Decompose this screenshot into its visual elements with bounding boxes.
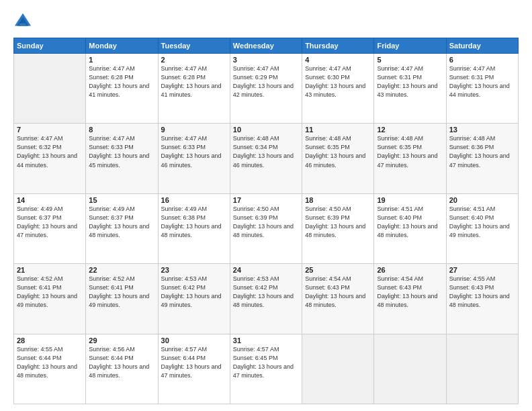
calendar-cell: 10Sunrise: 4:48 AMSunset: 6:34 PMDayligh… — [230, 124, 302, 193]
day-info: Sunrise: 4:47 AMSunset: 6:31 PMDaylight:… — [449, 64, 515, 99]
calendar-week-4: 28Sunrise: 4:55 AMSunset: 6:44 PMDayligh… — [14, 334, 519, 404]
day-info: Sunrise: 4:47 AMSunset: 6:30 PMDaylight:… — [305, 64, 371, 99]
day-info: Sunrise: 4:54 AMSunset: 6:43 PMDaylight:… — [305, 275, 371, 310]
weekday-header-wednesday: Wednesday — [230, 38, 302, 54]
calendar-cell: 6Sunrise: 4:47 AMSunset: 6:31 PMDaylight… — [446, 54, 518, 124]
day-info: Sunrise: 4:49 AMSunset: 6:38 PMDaylight:… — [161, 205, 227, 240]
day-number: 15 — [89, 196, 154, 204]
calendar-cell: 19Sunrise: 4:51 AMSunset: 6:40 PMDayligh… — [374, 193, 446, 263]
day-number: 14 — [17, 196, 83, 204]
day-number: 18 — [305, 196, 371, 204]
weekday-header-friday: Friday — [374, 38, 446, 54]
calendar-week-0: 1Sunrise: 4:47 AMSunset: 6:28 PMDaylight… — [14, 54, 519, 124]
day-number: 11 — [305, 126, 371, 134]
day-info: Sunrise: 4:53 AMSunset: 6:42 PMDaylight:… — [161, 275, 227, 310]
page: SundayMondayTuesdayWednesdayThursdayFrid… — [0, 0, 532, 411]
calendar-cell: 27Sunrise: 4:55 AMSunset: 6:43 PMDayligh… — [446, 264, 518, 334]
weekday-header-monday: Monday — [86, 38, 158, 54]
day-number: 19 — [377, 196, 443, 204]
day-info: Sunrise: 4:53 AMSunset: 6:42 PMDaylight:… — [233, 275, 299, 310]
calendar-cell: 5Sunrise: 4:47 AMSunset: 6:31 PMDaylight… — [374, 54, 446, 124]
calendar-week-3: 21Sunrise: 4:52 AMSunset: 6:41 PMDayligh… — [14, 264, 519, 334]
day-info: Sunrise: 4:47 AMSunset: 6:33 PMDaylight:… — [89, 134, 154, 169]
day-info: Sunrise: 4:50 AMSunset: 6:39 PMDaylight:… — [305, 205, 371, 240]
day-info: Sunrise: 4:54 AMSunset: 6:43 PMDaylight:… — [377, 275, 443, 310]
day-info: Sunrise: 4:57 AMSunset: 6:44 PMDaylight:… — [161, 345, 227, 380]
calendar-cell — [446, 334, 518, 404]
calendar-cell: 18Sunrise: 4:50 AMSunset: 6:39 PMDayligh… — [302, 193, 374, 263]
day-number: 5 — [377, 56, 443, 64]
calendar-cell: 25Sunrise: 4:54 AMSunset: 6:43 PMDayligh… — [302, 264, 374, 334]
day-number: 12 — [377, 126, 443, 134]
calendar-cell: 20Sunrise: 4:51 AMSunset: 6:40 PMDayligh… — [446, 193, 518, 263]
weekday-header-sunday: Sunday — [14, 38, 86, 54]
day-number: 24 — [233, 266, 299, 274]
day-info: Sunrise: 4:56 AMSunset: 6:44 PMDaylight:… — [89, 345, 154, 380]
day-info: Sunrise: 4:48 AMSunset: 6:35 PMDaylight:… — [377, 134, 443, 169]
day-info: Sunrise: 4:50 AMSunset: 6:39 PMDaylight:… — [233, 205, 299, 240]
calendar-cell: 26Sunrise: 4:54 AMSunset: 6:43 PMDayligh… — [374, 264, 446, 334]
day-number: 13 — [449, 126, 515, 134]
calendar-cell: 12Sunrise: 4:48 AMSunset: 6:35 PMDayligh… — [374, 124, 446, 193]
weekday-header-row: SundayMondayTuesdayWednesdayThursdayFrid… — [14, 38, 519, 54]
day-number: 20 — [449, 196, 515, 204]
calendar-cell: 2Sunrise: 4:47 AMSunset: 6:28 PMDaylight… — [158, 54, 230, 124]
calendar-cell: 9Sunrise: 4:47 AMSunset: 6:33 PMDaylight… — [158, 124, 230, 193]
day-info: Sunrise: 4:47 AMSunset: 6:28 PMDaylight:… — [89, 64, 154, 99]
day-number: 30 — [161, 336, 227, 345]
day-number: 27 — [449, 266, 515, 274]
calendar-table: SundayMondayTuesdayWednesdayThursdayFrid… — [13, 38, 519, 404]
weekday-header-thursday: Thursday — [302, 38, 374, 54]
calendar-cell: 29Sunrise: 4:56 AMSunset: 6:44 PMDayligh… — [86, 334, 158, 404]
calendar-cell: 17Sunrise: 4:50 AMSunset: 6:39 PMDayligh… — [230, 193, 302, 263]
day-info: Sunrise: 4:51 AMSunset: 6:40 PMDaylight:… — [377, 205, 443, 240]
weekday-header-saturday: Saturday — [446, 38, 518, 54]
day-info: Sunrise: 4:52 AMSunset: 6:41 PMDaylight:… — [89, 275, 154, 310]
calendar-week-2: 14Sunrise: 4:49 AMSunset: 6:37 PMDayligh… — [14, 193, 519, 263]
day-info: Sunrise: 4:47 AMSunset: 6:32 PMDaylight:… — [17, 134, 83, 169]
day-info: Sunrise: 4:47 AMSunset: 6:29 PMDaylight:… — [233, 64, 299, 99]
day-number: 25 — [305, 266, 371, 274]
day-number: 3 — [233, 56, 299, 64]
day-number: 4 — [305, 56, 371, 64]
day-info: Sunrise: 4:47 AMSunset: 6:31 PMDaylight:… — [377, 64, 443, 99]
day-number: 9 — [161, 126, 227, 134]
calendar-cell: 30Sunrise: 4:57 AMSunset: 6:44 PMDayligh… — [158, 334, 230, 404]
day-number: 28 — [17, 336, 83, 345]
day-number: 1 — [89, 56, 154, 64]
day-number: 23 — [161, 266, 227, 274]
calendar-cell: 13Sunrise: 4:48 AMSunset: 6:36 PMDayligh… — [446, 124, 518, 193]
calendar-cell — [374, 334, 446, 404]
day-info: Sunrise: 4:48 AMSunset: 6:34 PMDaylight:… — [233, 134, 299, 169]
svg-rect-2 — [19, 24, 26, 26]
day-info: Sunrise: 4:55 AMSunset: 6:44 PMDaylight:… — [17, 345, 83, 380]
calendar-cell: 22Sunrise: 4:52 AMSunset: 6:41 PMDayligh… — [86, 264, 158, 334]
logo — [13, 12, 34, 31]
day-number: 17 — [233, 196, 299, 204]
day-info: Sunrise: 4:51 AMSunset: 6:40 PMDaylight:… — [449, 205, 515, 240]
day-number: 31 — [233, 336, 299, 345]
day-info: Sunrise: 4:48 AMSunset: 6:36 PMDaylight:… — [449, 134, 515, 169]
day-number: 21 — [17, 266, 83, 274]
calendar-cell: 15Sunrise: 4:49 AMSunset: 6:37 PMDayligh… — [86, 193, 158, 263]
calendar-cell: 24Sunrise: 4:53 AMSunset: 6:42 PMDayligh… — [230, 264, 302, 334]
day-number: 29 — [89, 336, 154, 345]
logo-icon — [13, 12, 32, 31]
day-info: Sunrise: 4:49 AMSunset: 6:37 PMDaylight:… — [89, 205, 154, 240]
day-info: Sunrise: 4:55 AMSunset: 6:43 PMDaylight:… — [449, 275, 515, 310]
calendar-cell — [302, 334, 374, 404]
day-number: 6 — [449, 56, 515, 64]
calendar-cell: 7Sunrise: 4:47 AMSunset: 6:32 PMDaylight… — [14, 124, 86, 193]
calendar-cell: 28Sunrise: 4:55 AMSunset: 6:44 PMDayligh… — [14, 334, 86, 404]
calendar-cell: 3Sunrise: 4:47 AMSunset: 6:29 PMDaylight… — [230, 54, 302, 124]
calendar-cell: 31Sunrise: 4:57 AMSunset: 6:45 PMDayligh… — [230, 334, 302, 404]
calendar-cell: 14Sunrise: 4:49 AMSunset: 6:37 PMDayligh… — [14, 193, 86, 263]
day-number: 26 — [377, 266, 443, 274]
calendar-week-1: 7Sunrise: 4:47 AMSunset: 6:32 PMDaylight… — [14, 124, 519, 193]
day-info: Sunrise: 4:49 AMSunset: 6:37 PMDaylight:… — [17, 205, 83, 240]
header — [13, 12, 519, 31]
weekday-header-tuesday: Tuesday — [158, 38, 230, 54]
day-info: Sunrise: 4:57 AMSunset: 6:45 PMDaylight:… — [233, 345, 299, 380]
calendar-cell: 11Sunrise: 4:48 AMSunset: 6:35 PMDayligh… — [302, 124, 374, 193]
day-number: 22 — [89, 266, 154, 274]
